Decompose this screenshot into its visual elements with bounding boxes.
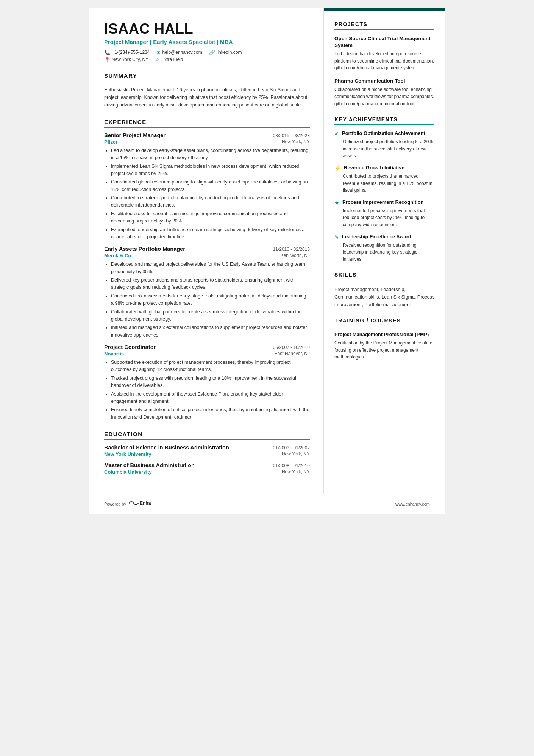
- edu-school-2: Columbia University: [104, 469, 152, 475]
- achievement-name-3: Process Improvement Recognition: [342, 199, 424, 206]
- powered-by-text: Powered by: [104, 502, 126, 506]
- summary-text: Enthusiastic Project Manager with 16 yea…: [104, 86, 310, 109]
- enhancv-logo: Enhancv: [128, 499, 151, 509]
- achievement-header-3: ★ Process Improvement Recognition: [334, 199, 434, 206]
- exp-bullets-1: Led a team to develop early-stage asset …: [104, 147, 310, 241]
- project-desc-1: Led a team that developed an open-source…: [334, 50, 434, 72]
- exp-title-3: Project Coordinator: [104, 344, 156, 350]
- extra-contact: ☆ Extra Field: [155, 57, 183, 63]
- exp-sub-3: Novartis East Hanover, NJ: [104, 351, 310, 357]
- bullet: Contributed to strategic portfolio plann…: [111, 194, 310, 209]
- project-desc-2: Collaborated on a niche software tool en…: [334, 86, 434, 107]
- experience-title: EXPERIENCE: [104, 119, 310, 128]
- projects-section: PROJECTS Open Source Clinical Trial Mana…: [334, 21, 434, 107]
- bullet: Ensured timely completion of critical pr…: [111, 406, 310, 421]
- exp-bullets-3: Supported the execution of project manag…: [104, 359, 310, 421]
- project-name-2: Pharma Communication Tool: [334, 78, 434, 85]
- location-contact: 📍 New York City, NY: [104, 57, 148, 63]
- exp-company-3: Novartis: [104, 351, 124, 357]
- bullet: Implemented Lean Six Sigma methodologies…: [111, 163, 310, 178]
- edu-degree-1: Bachelor of Science in Business Administ…: [104, 445, 229, 451]
- skills-section: SKILLS Project management, Leadership, C…: [334, 272, 434, 308]
- edu-header-1: Bachelor of Science in Business Administ…: [104, 445, 310, 451]
- project-entry-1: Open Source Clinical Trial Management Sy…: [334, 35, 434, 72]
- achievement-desc-3: Implemented process improvements that re…: [334, 207, 434, 229]
- achievement-name-4: Leadership Excellence Award: [342, 234, 411, 240]
- skills-title: SKILLS: [334, 272, 434, 280]
- project-entry-2: Pharma Communication Tool Collaborated o…: [334, 78, 434, 107]
- exp-dates-1: 03/2015 - 08/2023: [273, 133, 310, 138]
- edu-entry-2: Master of Business Administration 01/200…: [104, 462, 310, 475]
- svg-text:Enhancv: Enhancv: [140, 501, 151, 506]
- exp-company-1: Pfizer: [104, 139, 117, 145]
- training-title: TRAINING / COURSES: [334, 318, 434, 326]
- edu-location-2: New York, NY: [282, 469, 310, 475]
- exp-sub-1: Pfizer New York, NY: [104, 139, 310, 145]
- achievement-entry-4: ✎ Leadership Excellence Award Received r…: [334, 234, 434, 263]
- exp-header-2: Early Assets Portfolio Manager 11/2010 -…: [104, 246, 310, 252]
- edu-sub-1: New York University New York, NY: [104, 451, 310, 457]
- right-content: PROJECTS Open Source Clinical Trial Mana…: [324, 11, 445, 380]
- training-desc-1: Certification by the Project Management …: [334, 340, 434, 361]
- location-icon: 📍: [104, 57, 110, 63]
- edu-dates-1: 01/2003 - 01/2007: [273, 445, 310, 451]
- bullet: Developed and managed project deliverabl…: [111, 261, 310, 275]
- exp-title-1: Senior Project Manager: [104, 132, 166, 138]
- summary-section: SUMMARY Enthusiastic Project Manager wit…: [104, 72, 310, 109]
- resume-header: ISAAC HALL Project Manager | Early Asset…: [104, 21, 310, 63]
- pencil-icon: ✎: [334, 234, 339, 240]
- exp-entry-3: Project Coordinator 06/2007 - 10/2010 No…: [104, 344, 310, 421]
- training-entry-1: Project Management Professional (PMP) Ce…: [334, 332, 434, 361]
- exp-company-2: Merck & Co.: [104, 253, 133, 258]
- bullet: Conducted risk assessments for early-sta…: [111, 293, 310, 307]
- bullet: Supported the execution of project manag…: [111, 359, 310, 374]
- candidate-name: ISAAC HALL: [104, 21, 310, 37]
- bullet: Assisted in the development of the Asset…: [111, 391, 310, 405]
- education-section: EDUCATION Bachelor of Science in Busines…: [104, 431, 310, 475]
- exp-header-1: Senior Project Manager 03/2015 - 08/2023: [104, 132, 310, 138]
- bullet: Collaborated with global partners to cre…: [111, 308, 310, 323]
- achievement-entry-3: ★ Process Improvement Recognition Implem…: [334, 199, 434, 229]
- exp-header-3: Project Coordinator 06/2007 - 10/2010: [104, 344, 310, 350]
- achievement-desc-4: Received recognition for outstanding lea…: [334, 242, 434, 263]
- footer-left: Powered by Enhancv: [104, 499, 151, 509]
- training-name-1: Project Management Professional (PMP): [334, 332, 434, 338]
- bullet: Delivered key presentations and status r…: [111, 277, 310, 291]
- edu-location-1: New York, NY: [282, 451, 310, 457]
- exp-entry-2: Early Assets Portfolio Manager 11/2010 -…: [104, 246, 310, 339]
- edu-header-2: Master of Business Administration 01/200…: [104, 462, 310, 468]
- edu-entry-1: Bachelor of Science in Business Administ…: [104, 445, 310, 457]
- edu-school-1: New York University: [104, 451, 151, 457]
- skills-text: Project management, Leadership, Communic…: [334, 286, 434, 308]
- experience-section: EXPERIENCE Senior Project Manager 03/201…: [104, 119, 310, 421]
- achievement-header-1: ✔ Portfolio Optimization Achievement: [334, 130, 434, 137]
- achievement-desc-2: Contributed to projects that enhanced re…: [334, 173, 434, 194]
- achievements-section: KEY ACHIEVEMENTS ✔ Portfolio Optimizatio…: [334, 116, 434, 263]
- achievement-name-1: Portfolio Optimization Achievement: [342, 130, 425, 137]
- contact-row-1: 📞 +1-(234)-555-1234 ✉ help@enhancv.com 🔗…: [104, 50, 310, 55]
- bullet: Exemplified leadership and influence in …: [111, 226, 310, 241]
- exp-dates-2: 11/2010 - 02/2015: [273, 247, 310, 252]
- achievement-desc-1: Optimized project portfolios leading to …: [334, 138, 434, 160]
- candidate-title: Project Manager | Early Assets Specialis…: [104, 39, 310, 45]
- exp-location-2: Kenilworth, NJ: [281, 253, 310, 258]
- exp-dates-3: 06/2007 - 10/2010: [273, 345, 310, 350]
- education-title: EDUCATION: [104, 431, 310, 440]
- edu-degree-2: Master of Business Administration: [104, 462, 195, 468]
- email-contact: ✉ help@enhancv.com: [156, 50, 202, 55]
- bullet: Tracked project progress with precision,…: [111, 375, 310, 390]
- bullet: Initiated and managed six external colla…: [111, 324, 310, 339]
- right-top-bar: [324, 8, 445, 11]
- bullet: Facilitated cross-functional team meetin…: [111, 210, 310, 225]
- exp-location-3: East Hanover, NJ: [275, 351, 310, 357]
- exp-bullets-2: Developed and managed project deliverabl…: [104, 261, 310, 339]
- edu-sub-2: Columbia University New York, NY: [104, 469, 310, 475]
- summary-title: SUMMARY: [104, 72, 310, 81]
- achievement-entry-2: ⚡ Revenue Growth Initiative Contributed …: [334, 165, 434, 194]
- achievement-header-4: ✎ Leadership Excellence Award: [334, 234, 434, 240]
- projects-title: PROJECTS: [334, 21, 434, 30]
- checkmark-icon: ✔: [334, 131, 339, 137]
- email-icon: ✉: [156, 50, 161, 55]
- footer-website: www.enhancv.com: [395, 502, 430, 506]
- linkedin-contact: 🔗 linkedin.com: [209, 50, 242, 55]
